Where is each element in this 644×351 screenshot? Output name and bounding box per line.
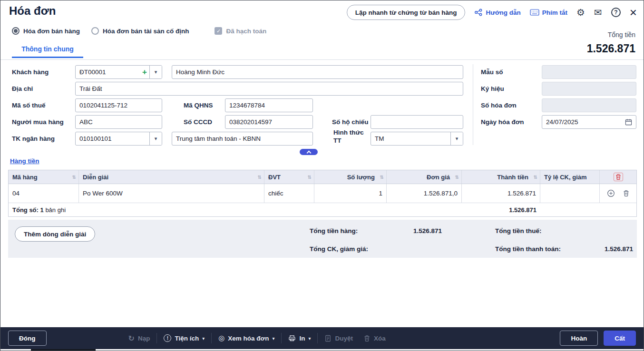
summary-panel: Thêm dòng diễn giải Tổng tiền hàng: 1.52…: [8, 220, 637, 258]
customer-name-input[interactable]: [172, 65, 463, 79]
keyboard-icon: [530, 9, 539, 16]
qhns-input[interactable]: [225, 98, 313, 112]
sort-icon[interactable]: ⇅: [308, 175, 312, 180]
invoice-date-field[interactable]: 24/07/2025: [542, 115, 636, 129]
col-header-so-luong[interactable]: Số lượng ⇅: [314, 170, 387, 184]
add-customer-icon[interactable]: +: [140, 68, 149, 77]
payment-dropdown-icon[interactable]: ▾: [450, 132, 463, 145]
radio-selected-icon: [12, 27, 20, 35]
page-title: Hóa đơn: [9, 4, 56, 18]
sort-icon[interactable]: ⇅: [534, 175, 537, 180]
help-icon[interactable]: ?: [611, 8, 621, 17]
invoice-date-label: Ngày hóa đơn: [481, 115, 524, 129]
total-payment-label: Tổng tiền thanh toán:: [495, 245, 561, 253]
cell-ma-hang[interactable]: 04: [9, 184, 79, 203]
tax-code-input[interactable]: [75, 98, 162, 112]
col-label: Diễn giải: [83, 174, 108, 181]
payment-method-select[interactable]: TM ▾: [371, 132, 463, 146]
col-label: Thành tiền: [497, 174, 528, 181]
bar-divider: [211, 333, 212, 343]
symbol-label: Ký hiệu: [481, 82, 504, 96]
utilities-label: Tiện ích: [175, 335, 199, 342]
cell-dvt[interactable]: chiếc: [264, 184, 314, 203]
invoice-no-label: Số hóa đơn: [481, 98, 517, 112]
view-invoice-menu-button[interactable]: ◎ Xem hóa đơn ▾: [218, 334, 274, 342]
settings-gear-icon[interactable]: ⚙: [576, 8, 585, 17]
posted-checkbox: ✓ Đã hạch toán: [215, 27, 266, 35]
guide-link-label: Hướng dẫn: [486, 9, 520, 16]
invoice-no-input: [542, 98, 636, 112]
col-label: Số lượng: [347, 174, 375, 181]
delete-row-icon[interactable]: [623, 190, 630, 197]
record-count-value: 1: [40, 206, 44, 214]
cccd-input[interactable]: [225, 115, 313, 129]
chevron-down-icon: ▾: [308, 336, 311, 341]
close-icon[interactable]: ×: [630, 6, 637, 19]
window-header: Hóa đơn Lập nhanh từ chứng từ bán hàng H…: [0, 0, 644, 23]
table-row[interactable]: 04 Po Wer 600W chiếc 1 1.526.871,0 1.526…: [9, 184, 636, 203]
calendar-icon[interactable]: [625, 118, 632, 126]
radio-sales-invoice[interactable]: Hóa đơn bán hàng: [12, 27, 80, 35]
customer-dropdown-icon[interactable]: ▾: [149, 66, 162, 78]
print-menu-button[interactable]: In ▾: [288, 334, 311, 342]
save-button[interactable]: Cất: [604, 331, 636, 346]
col-header-thanh-tien[interactable]: Thành tiền ⇅: [462, 170, 540, 184]
bank-name-input[interactable]: [172, 132, 313, 146]
bank-account-input[interactable]: [76, 135, 149, 142]
approve-button: Duyệt: [324, 335, 353, 342]
feedback-mail-icon[interactable]: ✉: [594, 8, 602, 17]
col-header-dvt[interactable]: ĐVT ⇅: [264, 170, 314, 184]
utilities-icon: !: [164, 334, 171, 342]
quick-create-button[interactable]: Lập nhanh từ chứng từ bán hàng: [347, 5, 466, 20]
tab-general-info[interactable]: Thông tin chung: [12, 45, 83, 53]
customer-code-input[interactable]: [76, 68, 140, 76]
checkbox-checked-icon: ✓: [215, 27, 222, 35]
sort-icon[interactable]: ⇅: [258, 175, 262, 180]
chevron-down-icon: ▾: [202, 336, 205, 341]
collapse-form-button[interactable]: [300, 149, 318, 155]
document-icon: [324, 335, 332, 342]
total-payment-value: 1.526.871: [555, 245, 633, 253]
bar-divider: [317, 333, 318, 343]
payment-method-value: TM: [371, 135, 450, 142]
detail-section-link[interactable]: Hàng tiền: [10, 157, 39, 165]
template-no-label: Mẫu số: [481, 65, 503, 79]
cell-ty-le-ck[interactable]: [540, 184, 600, 203]
cell-thanh-tien[interactable]: 1.526.871: [462, 184, 540, 203]
delete-column-icon[interactable]: [614, 173, 623, 181]
bank-account-combo: ▾: [75, 132, 162, 146]
cell-don-gia[interactable]: 1.526.871,0: [387, 184, 462, 203]
cell-so-luong[interactable]: 1: [314, 184, 387, 203]
posted-checkbox-label: Đã hạch toán: [226, 28, 266, 35]
utilities-menu-button[interactable]: ! Tiện ích ▾: [164, 334, 205, 342]
record-count-unit: bản ghi: [45, 206, 66, 214]
buyer-label: Người mua hàng: [12, 115, 64, 129]
add-description-row-button[interactable]: Thêm dòng diễn giải: [15, 226, 95, 242]
close-button[interactable]: Đóng: [8, 331, 47, 346]
template-no-input: [542, 65, 636, 79]
form-vertical-divider: [473, 64, 473, 145]
shortcuts-link-label: Phím tắt: [542, 9, 567, 16]
radio-fixed-asset-invoice[interactable]: Hóa đơn bán tài sản cố định: [91, 27, 189, 35]
col-header-don-gia[interactable]: Đơn giá ⇅: [387, 170, 462, 184]
shortcuts-link[interactable]: Phím tắt: [530, 9, 567, 16]
cell-dien-giai[interactable]: Po Wer 600W: [79, 184, 264, 203]
col-header-ma-hang[interactable]: Mã hàng ⇅: [9, 170, 79, 184]
guide-link[interactable]: Hướng dẫn: [474, 8, 520, 17]
sort-icon[interactable]: ⇅: [72, 175, 76, 180]
col-header-ty-le-ck[interactable]: Tỷ lệ CK, giảm: [540, 170, 600, 184]
undo-button[interactable]: Hoàn: [560, 331, 598, 346]
bank-dropdown-icon[interactable]: ▾: [149, 132, 162, 145]
col-header-dien-giai[interactable]: Diễn giải ⇅: [79, 170, 264, 184]
sort-icon[interactable]: ⇅: [455, 175, 459, 180]
sort-icon[interactable]: ⇅: [380, 175, 384, 180]
tab-active-underline: [12, 57, 83, 58]
add-row-icon[interactable]: [607, 189, 615, 197]
buyer-input[interactable]: [75, 115, 162, 129]
primary-actions-group: Hoàn Cất: [560, 331, 636, 346]
total-amount-value: 1.526.871: [587, 42, 635, 55]
passport-input[interactable]: [371, 115, 463, 129]
header-actions: Lập nhanh từ chứng từ bán hàng Hướng dẫn…: [347, 4, 637, 20]
table-footer: Tổng số: 1 bản ghi 1.526.871: [9, 203, 636, 216]
address-input[interactable]: [75, 82, 463, 96]
